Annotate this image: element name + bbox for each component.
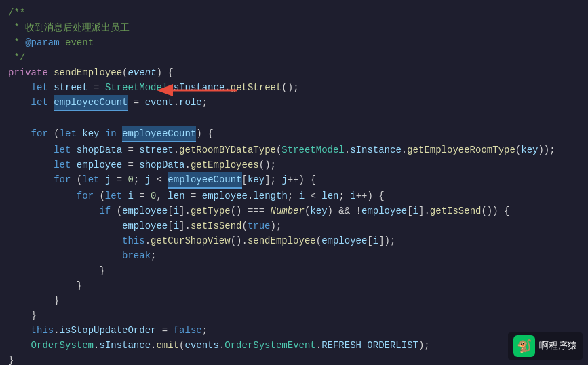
code-token: employee <box>122 218 168 233</box>
code-token: @param <box>25 35 59 50</box>
watermark-text: 啊程序猿 <box>539 340 577 352</box>
code-line-19: } <box>0 278 588 293</box>
code-token: getType <box>191 204 231 218</box>
code-token: shopData <box>77 142 122 157</box>
code-line-3: * @param event <box>0 35 588 50</box>
code-token: sendEmployee <box>248 233 316 248</box>
code-line-16: this.getCurShopView().sendEmployee(emplo… <box>0 233 588 248</box>
code-token: getEmployees <box>191 157 259 172</box>
code-token: if <box>99 204 111 218</box>
code-token: StreetModel <box>105 80 168 95</box>
code-line-5: private sendEmployee(event) { <box>0 65 588 80</box>
code-token: let <box>60 126 77 141</box>
code-line-18: } <box>0 263 588 278</box>
watermark: 🐒 啊程序猿 <box>508 332 583 360</box>
code-token: key <box>521 142 538 157</box>
code-token: sInstance <box>99 338 151 353</box>
code-token: len <box>321 189 338 204</box>
code-token: setIsSend <box>191 218 242 233</box>
code-token: event <box>128 65 156 80</box>
code-token: i <box>373 233 378 248</box>
code-token: employee <box>122 204 168 218</box>
code-token: OrderSystemEvent <box>224 338 315 353</box>
code-token: street <box>54 80 87 95</box>
code-token: let <box>31 80 48 95</box>
code-token: /** <box>8 5 25 20</box>
code-token: let <box>82 172 99 187</box>
code-token: REFRESH_ORDERLIST <box>321 338 418 353</box>
code-token: let <box>54 142 71 157</box>
code-token: let <box>105 189 122 204</box>
code-token: private <box>8 65 48 80</box>
code-token: i <box>350 189 355 204</box>
code-token: i <box>174 218 179 233</box>
code-line-14: if (employee[i].getType() === Number(key… <box>0 204 588 218</box>
code-token: */ <box>8 50 25 65</box>
code-line-6: let street = StreetModel.sInstance.getSt… <box>0 80 588 95</box>
code-line-13: for (let i = 0, len = employee.length; i… <box>0 189 588 204</box>
code-token: 0 <box>128 172 134 187</box>
code-line-2: * 收到消息后处理派出员工 <box>0 20 588 35</box>
code-token: for <box>77 189 94 204</box>
code-token: employee <box>321 233 367 248</box>
code-token: this <box>122 233 145 248</box>
code-token: key <box>310 204 327 218</box>
code-token: events <box>184 338 218 353</box>
code-token: employeeCount <box>168 172 241 189</box>
code-token: length <box>253 189 287 204</box>
code-token: let <box>31 95 48 110</box>
code-token: this <box>31 323 54 338</box>
code-token: for <box>54 172 71 187</box>
code-token: getRoomBYDataType <box>179 142 276 157</box>
code-token: key <box>248 172 264 187</box>
code-token: OrderSystem <box>31 338 94 353</box>
code-token: emit <box>156 338 179 353</box>
code-line-7: let employeeCount = event.role; <box>0 95 588 111</box>
watermark-emoji: 🐒 <box>517 339 532 353</box>
code-line-24: } <box>0 353 588 365</box>
code-line-21: } <box>0 308 588 323</box>
code-token: employee <box>77 157 122 172</box>
code-line-20: } <box>0 293 588 308</box>
code-token: getIsSend <box>430 204 482 218</box>
code-token: i <box>174 204 179 218</box>
code-token: for <box>31 126 48 141</box>
code-token: sendEmployee <box>54 65 122 80</box>
code-token: sInstance <box>350 142 401 157</box>
code-token: Number <box>271 204 305 218</box>
code-token: let <box>54 157 71 172</box>
code-token: StreetModel <box>281 142 344 157</box>
code-line-9: for (let key in employeeCount) { <box>0 126 588 142</box>
code-token: 0 <box>151 189 156 204</box>
code-token: getCurShopView <box>151 233 231 248</box>
watermark-icon: 🐒 <box>513 335 535 357</box>
code-line-8 <box>0 111 588 126</box>
code-line-15: employee[i].setIsSend(true); <box>0 218 588 233</box>
code-token: getStreet <box>231 80 282 95</box>
code-line-17: break; <box>0 248 588 263</box>
code-line-22: this.isStopUpdateOrder = false; <box>0 323 588 338</box>
code-token: break <box>122 248 151 263</box>
code-line-11: let employee = shopData.getEmployees(); <box>0 157 588 172</box>
code-token: true <box>248 218 271 233</box>
code-token-highlighted: employeeCount <box>54 95 128 111</box>
code-token: key <box>82 126 99 141</box>
code-token: getEmployeeRoomType <box>407 142 515 157</box>
code-token: shopData <box>139 157 184 172</box>
code-token: event <box>60 35 94 50</box>
code-line-4: */ <box>0 50 588 65</box>
code-token: j <box>105 172 111 187</box>
code-token: i <box>128 189 133 204</box>
code-line-10: let shopData = street.getRoomBYDataType(… <box>0 142 588 157</box>
code-token: sInstance <box>174 80 225 95</box>
code-token: j <box>281 172 287 187</box>
code-token: role <box>179 95 202 110</box>
code-token: isStopUpdateOrder <box>60 323 157 338</box>
code-line-23: OrderSystem.sInstance.emit(events.OrderS… <box>0 338 588 353</box>
code-token: len <box>168 189 184 204</box>
code-token: in <box>105 126 117 141</box>
code-token: * <box>8 35 25 50</box>
code-token: * 收到消息后处理派出员工 <box>8 20 130 35</box>
code-token: employee <box>202 189 248 204</box>
code-token: employee <box>361 204 407 218</box>
